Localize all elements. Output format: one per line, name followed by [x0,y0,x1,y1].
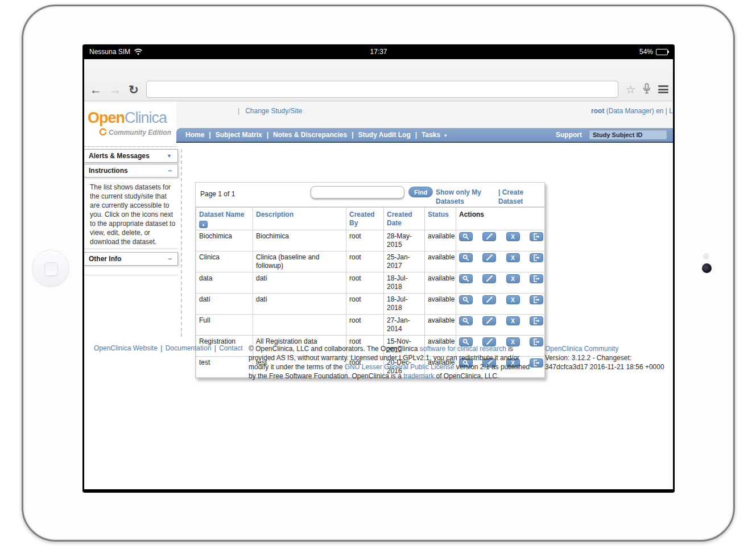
home-button[interactable] [32,250,69,287]
column-actions: Actions [456,208,546,230]
nav-item-notes-discrepancies[interactable]: Notes & Discrepancies [273,131,347,139]
edit-dataset-button[interactable] [482,232,496,241]
cell-dataset-name: Biochimica [196,230,253,251]
bookmark-star-icon[interactable]: ☆ [626,83,635,96]
edit-dataset-button[interactable] [482,316,496,325]
column-description[interactable]: Description [253,208,346,230]
export-dataset-button[interactable] [530,232,543,241]
view-dataset-button[interactable] [459,232,473,241]
column-created-date[interactable]: Created Date [384,208,425,230]
export-dataset-button[interactable] [530,274,543,283]
clock-label: 17:37 [82,48,675,56]
main-nav: Home | Subject Matrix | Notes & Discrepa… [176,128,673,143]
column-created-by[interactable]: Created By [346,208,384,230]
cell-description: Biochimica [253,230,346,251]
separator: | [498,188,500,196]
lgpl-license-link[interactable]: GNU Lesser General Public License [345,363,455,371]
view-dataset-button[interactable] [459,253,473,262]
light-sensor [703,253,709,259]
export-dataset-button[interactable] [530,253,543,262]
export-dataset-button[interactable] [530,316,543,325]
cell-created-by: root [346,230,384,251]
collapse-minus-icon[interactable]: − [168,255,172,263]
nav-item-tasks[interactable]: Tasks▼ [422,131,448,139]
separator: | [352,131,353,139]
edit-dataset-button[interactable] [482,274,496,283]
separator: | [238,107,239,115]
footer-documentation-link[interactable]: Documentation [166,344,212,352]
cell-created-by: root [346,294,384,315]
cell-actions: X [456,294,546,315]
find-button[interactable]: Find [408,187,433,197]
cell-description: Clinica (baseline and followup) [253,251,346,273]
view-dataset-button[interactable] [459,316,473,325]
separator: | [214,344,216,352]
delete-dataset-button[interactable]: X [506,316,520,325]
sidebar-instructions[interactable]: Instructions − [84,164,178,178]
view-dataset-button[interactable] [459,274,473,283]
change-study-link[interactable]: Change Study/Site [245,107,302,115]
create-dataset-link[interactable]: Create Dataset [498,188,523,205]
pagination-label: Page 1 of 1 [200,190,235,198]
voice-search-icon[interactable] [643,83,651,96]
delete-dataset-button[interactable]: X [506,232,520,241]
edit-dataset-button[interactable] [482,253,496,262]
cell-description: dati [253,273,346,294]
nav-item-study-audit-log[interactable]: Study Audit Log [358,131,411,139]
stage: Nessuna SIM 17:37 54% [0,0,756,549]
cell-created-by: root [346,315,384,336]
cell-description [253,315,346,336]
support-link[interactable]: Support [556,131,582,139]
study-subject-id-input[interactable] [589,130,667,140]
copyright-text: © OpenClinica, LLC and collaborators. Th… [249,344,534,381]
footer-contact-link[interactable]: Contact [219,344,242,352]
reload-button[interactable]: ↻ [129,84,139,96]
cell-dataset-name: Full [196,315,253,336]
software-clinical-research-link[interactable]: software for clinical research [420,345,506,353]
wifi-icon [134,48,143,55]
browser-toolbar: ← → ↻ ☆ [84,59,673,101]
nav-item-subject-matrix[interactable]: Subject Matrix [216,131,262,139]
sort-ascending-button[interactable]: ▲ [199,221,208,228]
cell-status: available [425,294,456,315]
nav-item-home[interactable]: Home [185,131,204,139]
view-dataset-button[interactable] [459,295,473,304]
delete-dataset-button[interactable]: X [506,295,520,304]
column-dataset-name[interactable]: Dataset Name ▲ [196,208,253,230]
cell-status: available [425,315,456,336]
create-dataset-area: | Create Dataset [498,188,544,206]
username-label[interactable]: root [591,107,604,115]
swoosh-icon [99,128,106,137]
trademark-link[interactable]: trademark [403,372,434,380]
openclinica-community-link[interactable]: OpenClinica Community [545,344,667,353]
logo-part-open: Open [88,109,125,126]
sidebar-alerts-messages[interactable]: Alerts & Messages ▼ [84,149,178,163]
show-only-my-datasets-link[interactable]: Show only My Datasets [436,188,495,206]
footer-website-link[interactable]: OpenClinica Website [94,344,158,352]
cell-status: available [425,273,456,294]
separator: | [267,131,268,139]
delete-dataset-button[interactable]: X [506,274,520,283]
export-dataset-button[interactable] [530,295,543,304]
cell-created-by: root [346,251,384,273]
sidebar-other-info[interactable]: Other Info − [84,252,178,266]
menu-icon[interactable] [658,85,668,93]
column-status[interactable]: Status [425,208,456,230]
forward-button[interactable]: → [109,84,121,96]
status-bar: Nessuna SIM 17:37 54% [82,44,675,59]
other-info-label: Other Info [89,255,121,263]
expand-triangle-icon[interactable]: ▼ [167,153,172,159]
sidebar-divider [84,275,178,275]
front-camera [702,263,712,273]
openclinica-page: |Change Study/Site root (Data Manager) e… [84,101,673,489]
language-link[interactable]: en [656,107,663,115]
back-button[interactable]: ← [90,84,102,96]
delete-dataset-button[interactable]: X [506,253,520,262]
logout-link-cut[interactable]: L [669,107,673,115]
cell-dataset-name: dati [196,294,253,315]
sidebar-divider [84,249,178,249]
address-bar-input[interactable] [146,81,618,98]
edit-dataset-button[interactable] [482,295,496,304]
collapse-minus-icon[interactable]: − [168,167,172,175]
dataset-search-input[interactable] [311,186,404,199]
